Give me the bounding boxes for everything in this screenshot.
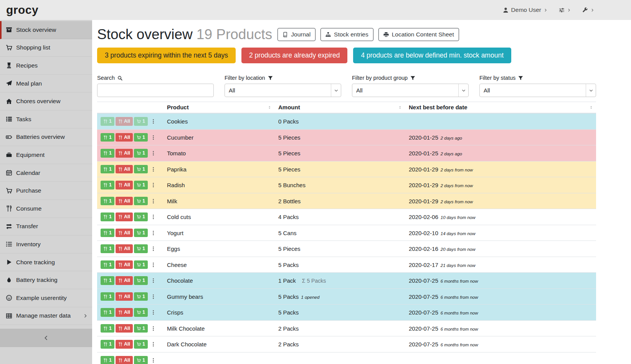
column-next-best-before-date[interactable]: Next best before date [405,102,596,114]
row-menu-button[interactable] [150,134,157,141]
consume-all-button[interactable]: All [116,117,133,126]
settings-menu[interactable] [559,7,571,13]
admin-menu[interactable] [582,7,594,13]
row-menu-button[interactable] [150,214,157,221]
row-menu-button[interactable] [150,309,157,316]
add-to-shopping-list-button[interactable]: 1 [134,356,148,364]
row-menu-button[interactable] [150,118,157,125]
add-to-shopping-list-button[interactable]: 1 [134,165,148,174]
sidebar-item-recipes[interactable]: Recipes [0,57,92,75]
add-to-shopping-list-button[interactable]: 1 [134,229,148,237]
consume-all-button[interactable]: All [116,212,133,221]
consume-all-button[interactable]: All [116,324,133,333]
consume-all-button[interactable]: All [116,181,133,189]
row-menu-button[interactable] [150,341,157,348]
row-menu-button[interactable] [150,277,157,284]
consume-one-button[interactable]: 1 [101,260,114,269]
sidebar-item-equipment[interactable]: Equipment [0,146,92,164]
consume-one-button[interactable]: 1 [101,149,114,158]
location-filter-select[interactable]: All [225,84,341,97]
consume-all-button[interactable]: All [116,165,133,174]
sidebar-item-manage-master-data[interactable]: Manage master data [0,307,92,325]
expired-banner[interactable]: 2 products are already expired [241,48,347,63]
stock-entries-button[interactable]: Stock entries [320,28,373,41]
consume-one-button-label: 1 [109,278,112,283]
sidebar-item-tasks[interactable]: Tasks [0,110,92,128]
consume-all-button[interactable]: All [116,244,133,253]
consume-one-button[interactable]: 1 [101,229,114,237]
add-to-shopping-list-button[interactable]: 1 [134,292,148,301]
row-menu-button[interactable] [150,293,157,300]
sidebar-item-battery-tracking[interactable]: Battery tracking [0,271,92,289]
consume-all-button[interactable]: All [116,260,133,269]
add-to-shopping-list-button[interactable]: 1 [134,260,148,269]
consume-all-button[interactable]: All [116,133,133,142]
consume-one-button[interactable]: 1 [101,356,114,364]
consume-one-button[interactable]: 1 [101,117,114,126]
location-content-sheet-button[interactable]: Location Content Sheet [378,28,459,41]
add-to-shopping-list-button[interactable]: 1 [134,133,148,142]
consume-all-button[interactable]: All [116,149,133,158]
add-to-shopping-list-button[interactable]: 1 [134,244,148,253]
expiring-banner[interactable]: 3 products expiring within the next 5 da… [97,48,236,63]
consume-one-button[interactable]: 1 [101,276,114,285]
add-to-shopping-list-button[interactable]: 1 [134,117,148,126]
consume-one-button[interactable]: 1 [101,324,114,333]
search-input[interactable] [97,84,214,97]
sidebar-item-meal-plan[interactable]: Meal plan [0,75,92,93]
consume-one-button[interactable]: 1 [101,308,114,317]
add-to-shopping-list-button[interactable]: 1 [134,276,148,285]
row-menu-button[interactable] [150,198,157,204]
sidebar-item-purchase[interactable]: Purchase [0,182,92,200]
consume-all-button[interactable]: All [116,292,133,301]
add-to-shopping-list-button[interactable]: 1 [134,181,148,189]
sidebar-item-consume[interactable]: Consume [0,200,92,218]
row-menu-button[interactable] [150,182,157,189]
sidebar-item-chore-tracking[interactable]: Chore tracking [0,254,92,272]
below-min-stock-banner[interactable]: 4 products are below defined min. stock … [353,48,511,63]
row-menu-button[interactable] [150,325,157,332]
add-to-shopping-list-button[interactable]: 1 [134,212,148,221]
row-menu-button[interactable] [150,166,157,173]
sidebar-item-example-userentity[interactable]: Example userentity [0,289,92,307]
add-to-shopping-list-button[interactable]: 1 [134,197,148,206]
sidebar-collapse-button[interactable] [0,329,92,347]
column-amount[interactable]: Amount [274,102,405,114]
consume-one-button[interactable]: 1 [101,197,114,206]
consume-all-button[interactable]: All [116,356,133,364]
sidebar-item-calendar[interactable]: Calendar [0,164,92,182]
status-filter-select[interactable]: All [479,84,596,97]
row-menu-button[interactable] [150,261,157,268]
app-logo[interactable]: grocy [6,4,38,16]
consume-all-button[interactable]: All [116,197,133,206]
row-menu-button[interactable] [150,229,157,236]
consume-one-button[interactable]: 1 [101,212,114,221]
sidebar-item-chores-overview[interactable]: Chores overview [0,92,92,110]
consume-one-button[interactable]: 1 [101,244,114,253]
sidebar-item-batteries-overview[interactable]: Batteries overview [0,128,92,147]
product-group-filter-select[interactable]: All [352,84,469,97]
consume-all-button[interactable]: All [116,308,133,317]
row-menu-button[interactable] [150,357,157,364]
sidebar-item-transfer[interactable]: Transfer [0,218,92,236]
consume-all-button[interactable]: All [116,340,133,349]
column-product[interactable]: Product [163,102,274,114]
sidebar-item-inventory[interactable]: Inventory [0,236,92,254]
journal-button[interactable]: Journal [278,28,316,41]
add-to-shopping-list-button[interactable]: 1 [134,324,148,333]
consume-one-button[interactable]: 1 [101,165,114,174]
row-menu-button[interactable] [150,150,157,157]
row-menu-button[interactable] [150,245,157,252]
consume-one-button[interactable]: 1 [101,133,114,142]
consume-one-button[interactable]: 1 [101,181,114,189]
consume-one-button[interactable]: 1 [101,292,114,301]
consume-one-button[interactable]: 1 [101,340,114,349]
add-to-shopping-list-button[interactable]: 1 [134,149,148,158]
consume-all-button[interactable]: All [116,229,133,237]
sidebar-item-shopping-list[interactable]: Shopping list [0,39,92,57]
add-to-shopping-list-button[interactable]: 1 [134,340,148,349]
user-menu[interactable]: Demo User [503,7,547,13]
consume-all-button[interactable]: All [116,276,133,285]
sidebar-item-stock-overview[interactable]: Stock overview [0,21,92,39]
add-to-shopping-list-button[interactable]: 1 [134,308,148,317]
